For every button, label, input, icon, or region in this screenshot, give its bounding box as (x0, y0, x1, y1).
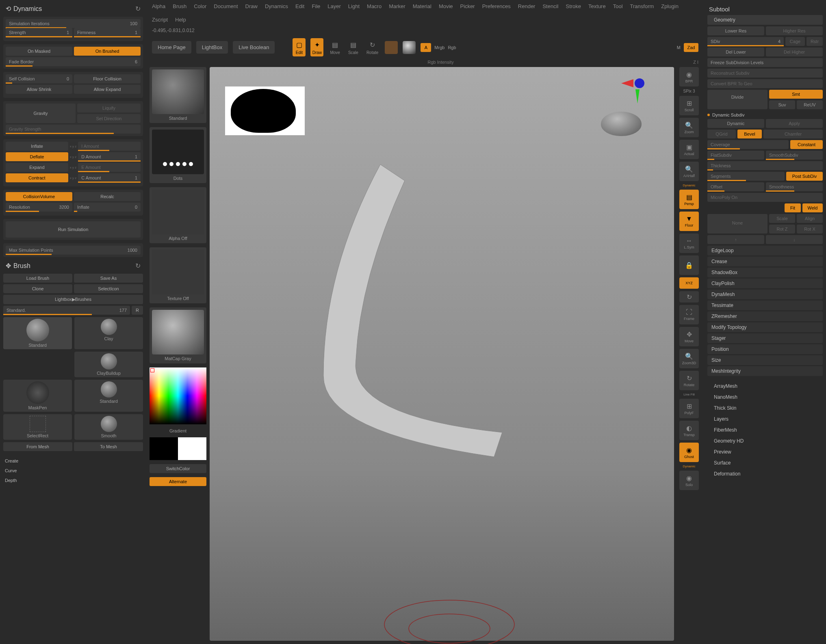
save-as-button[interactable]: Save As (74, 274, 143, 283)
switch-color-button[interactable]: SwitchColor (150, 464, 206, 473)
lightbox-brushes-button[interactable]: Lightbox▶Brushes (3, 295, 143, 304)
menu-brush[interactable]: Brush (173, 3, 186, 9)
sub-surface[interactable]: Surface (707, 458, 823, 468)
sub-nanomesh[interactable]: NanoMesh (707, 392, 823, 402)
scroll-button[interactable]: ⊞Scroll (679, 96, 699, 115)
to-mesh-button[interactable]: To Mesh (74, 442, 143, 451)
dynamics-panel-header[interactable]: ⟲Dynamics ↻ (3, 3, 143, 14)
menu-texture[interactable]: Texture (588, 3, 606, 9)
flatsubdiv-slider[interactable]: FlatSubdiv (707, 151, 764, 160)
del-lower-button[interactable]: Del Lower (707, 48, 764, 56)
brush-standard[interactable]: Standard (3, 317, 72, 349)
material-preview[interactable]: MatCap Gray (150, 307, 206, 363)
menu-marker[interactable]: Marker (389, 3, 405, 9)
rgb-label[interactable]: Rgb (448, 45, 456, 50)
sub-size[interactable]: Size (707, 355, 823, 365)
menu-file[interactable]: File (312, 3, 320, 9)
postsubdiv-btn[interactable]: Post SubDiv (786, 172, 823, 181)
menu-material[interactable]: Material (413, 3, 431, 9)
lower-res-button[interactable]: Lower Res (707, 26, 764, 35)
menu-stencil[interactable]: Stencil (542, 3, 558, 9)
rstr-button[interactable]: Rstr (806, 37, 823, 46)
depth-section[interactable]: Depth (5, 475, 141, 485)
home-page-button[interactable]: Home Page (152, 41, 191, 54)
contract-button[interactable]: Contract (6, 173, 68, 182)
allow-expand-button[interactable]: Allow Expand (74, 85, 141, 94)
fit-btn[interactable]: Fit (785, 203, 801, 212)
sub-edgeloop[interactable]: EdgeLoop (707, 246, 823, 255)
menu-color[interactable]: Color (194, 3, 206, 9)
rotz-btn[interactable]: Rot Z (769, 225, 795, 233)
rotx-btn[interactable]: Rot X (797, 225, 823, 233)
collision-volume-button[interactable]: CollisionVolume (6, 192, 72, 201)
sub-deformation[interactable]: Deformation (707, 469, 823, 479)
menu-render[interactable]: Render (518, 3, 535, 9)
divide-button[interactable]: Divide (707, 90, 767, 109)
from-mesh-button[interactable]: From Mesh (3, 442, 72, 451)
color-picker[interactable] (150, 367, 206, 424)
ghost-button[interactable]: ◉Ghost (679, 443, 699, 462)
expand-button[interactable]: Expand (6, 163, 68, 172)
floor-button[interactable]: ▼Floor (679, 212, 699, 231)
load-brush-button[interactable]: Load Brush (3, 274, 72, 283)
menu-zplugin[interactable]: Zplugin (661, 3, 679, 9)
allow-shrink-button[interactable]: Allow Shrink (6, 85, 72, 94)
a-button[interactable]: A (421, 43, 431, 52)
qgrid-btn[interactable]: QGrid (707, 130, 736, 138)
e-amount-slider[interactable]: E Amount (78, 163, 141, 172)
sub-arraymesh[interactable]: ArrayMesh (707, 381, 823, 391)
mrgb-label[interactable]: Mrgb (434, 45, 444, 50)
max-sim-points-slider[interactable]: Max Simulation Points1000 (6, 246, 141, 255)
brush-standard2[interactable]: Standard (74, 380, 143, 412)
deflate-button[interactable]: Deflate (6, 152, 68, 161)
suv-button[interactable]: Suv (769, 100, 795, 109)
rotate-tool-button[interactable]: ↻Rotate (679, 371, 699, 390)
lock-button[interactable]: 🔒 (679, 255, 699, 275)
resolution-slider[interactable]: Resolution3200 (6, 203, 72, 212)
texture-preview[interactable]: Texture Off (150, 247, 206, 303)
viewport-canvas[interactable] (210, 67, 674, 641)
menu-transform[interactable]: Transform (630, 3, 654, 9)
material-ball[interactable] (403, 41, 416, 54)
none-btn[interactable]: None (707, 214, 767, 233)
convert-bpr-button[interactable]: Convert BPR To Geo (707, 79, 823, 88)
d-amount-slider[interactable]: D Amount1 (78, 152, 141, 161)
self-collision-slider[interactable]: Self Collision0 (6, 74, 72, 83)
solo-button[interactable]: ◉Solo (679, 471, 699, 490)
select-icon-button[interactable]: SelectIcon (74, 284, 143, 293)
menu-preferences[interactable]: Preferences (482, 3, 511, 9)
smt-button[interactable]: Smt (769, 90, 823, 99)
gravity-button[interactable]: Gravity (6, 104, 76, 123)
align-btn[interactable]: Align (797, 214, 823, 223)
brush-selectrect[interactable]: SelectRect (3, 414, 72, 440)
sub-thickskin[interactable]: Thick Skin (707, 403, 823, 413)
menu-layer[interactable]: Layer (327, 3, 341, 9)
clone-button[interactable]: Clone (3, 284, 72, 293)
set-direction-button[interactable]: Set Direction (77, 114, 141, 123)
sub-layers[interactable]: Layers (707, 414, 823, 424)
sub-dynamesh[interactable]: DynaMesh (707, 290, 823, 299)
bpr-button[interactable]: ◉BPR (679, 67, 699, 86)
freeze-subd-button[interactable]: Freeze SubDivision Levels (707, 58, 823, 67)
persp-button[interactable]: ▤Persp (679, 190, 699, 209)
sub-position[interactable]: Position (707, 344, 823, 354)
xyz-button[interactable]: XYZ (679, 277, 699, 289)
del-higher-button[interactable]: Del Higher (766, 48, 823, 56)
sub-modify-topology[interactable]: Modify Topology (707, 322, 823, 332)
create-section[interactable]: Create (5, 456, 141, 466)
sub-zremesher[interactable]: ZRemesher (707, 311, 823, 321)
rotate-mode-button[interactable]: ↻Rotate (365, 38, 380, 56)
inflate-button[interactable]: Inflate (6, 142, 68, 151)
on-brushed-button[interactable]: On Brushed (74, 47, 141, 56)
actual-button[interactable]: ▣Actual (679, 140, 699, 159)
sub-meshintegrity[interactable]: MeshIntegrity (707, 366, 823, 376)
dynamic-btn[interactable]: Dynamic (707, 119, 764, 128)
brush-panel-header[interactable]: ✥Brush ↻ (3, 260, 143, 271)
brush-clay[interactable]: Clay (74, 317, 143, 349)
recalc-button[interactable]: Recalc (74, 192, 141, 201)
smoothness-slider[interactable]: Smoothness (766, 182, 823, 191)
brush-smooth[interactable]: Smooth (74, 414, 143, 440)
down-arrow[interactable]: ↓ (766, 235, 823, 244)
menu-tool[interactable]: Tool (613, 3, 623, 9)
swatch-row[interactable] (150, 437, 206, 460)
